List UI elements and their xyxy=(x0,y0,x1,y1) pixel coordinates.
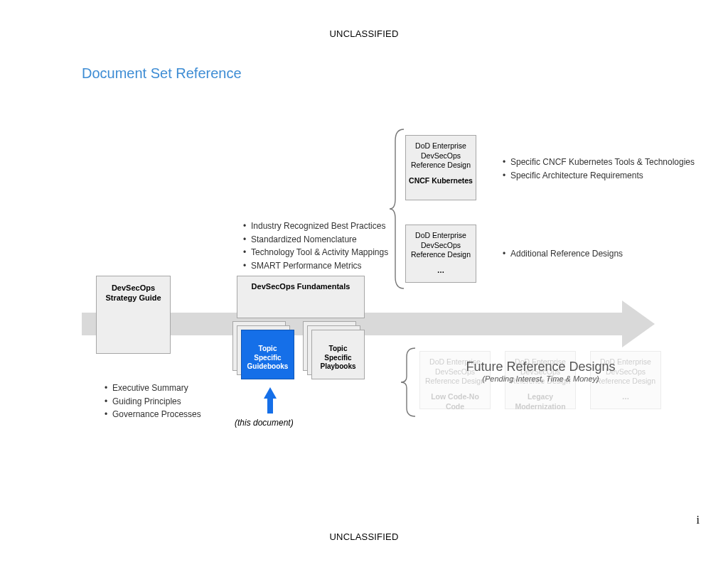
bullet-icon xyxy=(100,382,112,395)
bullet-icon xyxy=(100,408,112,421)
card-refdesign-cncf: DoD Enterprise DevSecOps Reference Desig… xyxy=(405,135,476,200)
list-item: Technology Tool & Activity Mappings xyxy=(238,246,388,259)
card-refdesign-additional-strong: … xyxy=(409,266,473,276)
list-item: Specific CNCF Kubernetes Tools & Technol… xyxy=(498,156,695,169)
list-item: Specific Architecture Requirements xyxy=(498,169,695,183)
list-item: Governance Processes xyxy=(100,408,201,421)
bullet-icon xyxy=(238,246,251,259)
future-overlay: Future Reference Designs (Pending Intere… xyxy=(418,360,663,383)
card-playbooks-title: Topic Specific Playbooks xyxy=(315,335,361,372)
card-refdesign-cncf-header: DoD Enterprise DevSecOps Reference Desig… xyxy=(409,141,473,171)
bullets-fundamentals: Industry Recognized Best Practices Stand… xyxy=(238,220,388,272)
bullet-icon xyxy=(238,220,251,233)
bullet-icon xyxy=(498,247,510,261)
bullets-additional: Additional Reference Designs xyxy=(498,247,623,261)
bullet-icon xyxy=(498,169,510,183)
this-document-arrow-icon xyxy=(264,387,277,399)
flow-arrow-head-icon xyxy=(622,301,655,347)
future-title: Future Reference Designs xyxy=(418,360,663,374)
card-guidebooks-title: Topic Specific Guidebooks xyxy=(245,335,291,372)
card-guidebooks: Topic Specific Guidebooks xyxy=(241,330,294,379)
list-item: Standardized Nomenclature xyxy=(238,233,388,247)
card-future-2-strong: Legacy Modernization xyxy=(508,392,572,411)
card-strategy-guide-title: DevSecOps Strategy Guide xyxy=(100,283,167,303)
classification-bottom: UNCLASSIFIED xyxy=(0,531,728,542)
card-refdesign-cncf-strong: CNCF Kubernetes xyxy=(409,176,473,186)
future-subtitle: (Pending Interest, Time & Money) xyxy=(418,374,663,383)
bullet-icon xyxy=(238,233,251,247)
card-fundamentals: DevSecOps Fundamentals xyxy=(237,276,365,318)
list-item: Industry Recognized Best Practices xyxy=(238,220,388,233)
bracket-top-icon xyxy=(390,128,405,290)
list-item: Additional Reference Designs xyxy=(498,247,623,261)
bullet-icon xyxy=(238,259,251,273)
bullet-icon xyxy=(100,395,112,409)
bullet-icon xyxy=(498,156,510,169)
card-strategy-guide: DevSecOps Strategy Guide xyxy=(96,276,171,354)
card-refdesign-additional-header: DoD Enterprise DevSecOps Reference Desig… xyxy=(409,231,473,260)
card-future-3-strong: … xyxy=(594,392,658,402)
classification-top: UNCLASSIFIED xyxy=(0,28,728,39)
card-fundamentals-title: DevSecOps Fundamentals xyxy=(240,282,361,292)
this-document-label: (this document) xyxy=(235,418,294,428)
list-item: SMART Performance Metrics xyxy=(238,259,388,273)
bracket-bottom-icon xyxy=(401,347,417,418)
bullets-cncf: Specific CNCF Kubernetes Tools & Technol… xyxy=(498,156,695,182)
card-playbooks: Topic Specific Playbooks xyxy=(311,330,365,379)
card-refdesign-additional: DoD Enterprise DevSecOps Reference Desig… xyxy=(405,225,476,283)
page-title: Document Set Reference xyxy=(82,65,242,82)
list-item: Guiding Principles xyxy=(100,395,201,409)
page-number: i xyxy=(697,514,700,526)
list-item: Executive Summary xyxy=(100,382,201,395)
card-future-1-strong: Low Code-No Code xyxy=(423,392,487,411)
this-document-arrow-stem xyxy=(267,398,273,414)
bullets-strategy: Executive Summary Guiding Principles Gov… xyxy=(100,382,201,421)
